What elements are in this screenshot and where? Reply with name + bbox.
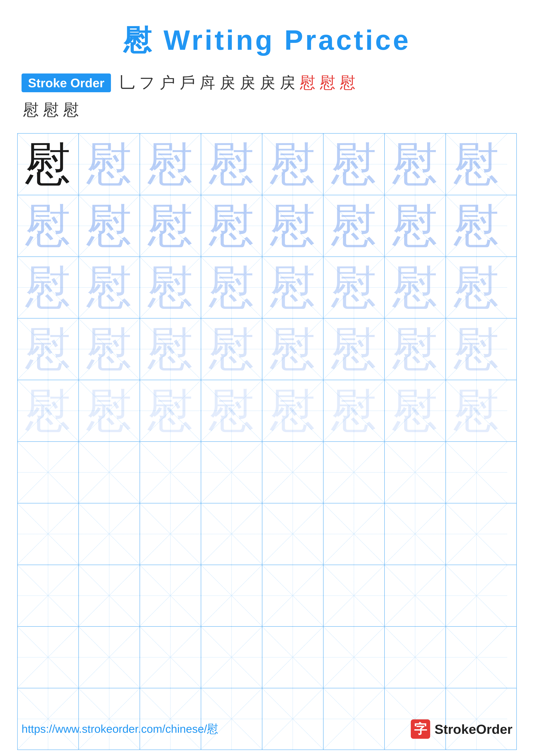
grid-cell[interactable]: 慰 [18, 318, 79, 380]
grid-cell[interactable]: 慰 [18, 134, 79, 195]
grid-cell[interactable]: 慰 [323, 318, 385, 380]
grid-cell[interactable]: 慰 [201, 257, 262, 318]
grid-cell[interactable] [140, 565, 201, 626]
grid-cell[interactable]: 慰 [140, 257, 201, 318]
grid-cell[interactable] [446, 627, 507, 688]
grid-cell[interactable] [323, 688, 385, 749]
footer-url[interactable]: https://www.strokeorder.com/chinese/慰 [21, 721, 218, 737]
grid-cell[interactable]: 慰 [201, 195, 262, 256]
grid-cell[interactable] [262, 688, 323, 749]
practice-char: 慰 [209, 327, 254, 372]
grid-cell[interactable] [79, 688, 140, 749]
grid-cell[interactable]: 慰 [140, 195, 201, 256]
grid-cell[interactable]: 慰 [323, 257, 385, 318]
grid-cell[interactable]: 慰 [18, 195, 79, 256]
grid-cell[interactable] [18, 442, 79, 503]
grid-cell[interactable]: 慰 [385, 257, 446, 318]
grid-cell[interactable] [385, 627, 446, 688]
grid-cell[interactable]: 慰 [262, 318, 323, 380]
grid-cell[interactable]: 慰 [385, 195, 446, 256]
grid-cell[interactable]: 慰 [446, 380, 507, 441]
grid-cell[interactable] [446, 503, 507, 565]
grid-cell[interactable]: 慰 [323, 380, 385, 441]
grid-cell[interactable]: 慰 [446, 318, 507, 380]
grid-cell[interactable] [140, 627, 201, 688]
grid-cell[interactable] [201, 503, 262, 565]
grid-cell[interactable] [385, 565, 446, 626]
grid-cell[interactable] [140, 503, 201, 565]
grid-cell[interactable]: 慰 [323, 195, 385, 256]
practice-char: 慰 [270, 142, 315, 187]
grid-cell[interactable]: 慰 [18, 380, 79, 441]
grid-cell[interactable]: 慰 [79, 195, 140, 256]
grid-cell[interactable]: 慰 [385, 134, 446, 195]
grid-cell[interactable] [201, 627, 262, 688]
stroke-1: ⺃ [117, 72, 136, 93]
grid-cell[interactable]: 慰 [323, 134, 385, 195]
grid-row-7 [18, 503, 516, 565]
grid-cell[interactable]: 慰 [201, 134, 262, 195]
grid-cell[interactable]: 慰 [385, 318, 446, 380]
grid-cell[interactable]: 慰 [201, 318, 262, 380]
practice-char: 慰 [87, 327, 132, 372]
grid-cell[interactable] [262, 503, 323, 565]
grid-cell[interactable] [18, 503, 79, 565]
stroke-5: 戽 [198, 72, 217, 93]
grid-cell[interactable] [323, 627, 385, 688]
practice-char: 慰 [87, 203, 132, 249]
grid-cell[interactable]: 慰 [201, 380, 262, 441]
grid-cell[interactable] [79, 627, 140, 688]
grid-cell[interactable] [201, 688, 262, 749]
grid-cell[interactable] [201, 442, 262, 503]
grid-cell[interactable] [446, 565, 507, 626]
practice-char: 慰 [393, 142, 438, 187]
brand-name: StrokeOrder [435, 721, 513, 737]
practice-char: 慰 [148, 142, 193, 187]
grid-cell[interactable] [18, 627, 79, 688]
grid-cell[interactable]: 慰 [262, 134, 323, 195]
grid-cell[interactable] [385, 503, 446, 565]
grid-cell[interactable]: 慰 [385, 380, 446, 441]
grid-cell[interactable]: 慰 [140, 380, 201, 441]
practice-char: 慰 [25, 388, 71, 433]
grid-cell[interactable] [140, 442, 201, 503]
grid-cell[interactable]: 慰 [262, 257, 323, 318]
grid-cell[interactable] [201, 565, 262, 626]
grid-cell[interactable] [79, 442, 140, 503]
grid-cell[interactable] [446, 688, 507, 749]
grid-cell[interactable] [262, 442, 323, 503]
grid-cell[interactable]: 慰 [79, 257, 140, 318]
grid-cell[interactable]: 慰 [79, 134, 140, 195]
grid-cell[interactable] [385, 688, 446, 749]
practice-char: 慰 [393, 327, 438, 372]
grid-cell[interactable]: 慰 [140, 318, 201, 380]
grid-cell[interactable]: 慰 [446, 134, 507, 195]
grid-cell[interactable]: 慰 [262, 195, 323, 256]
grid-cell[interactable] [262, 565, 323, 626]
grid-cell[interactable] [262, 627, 323, 688]
stroke-r2-2: 慰 [41, 99, 61, 120]
grid-cell[interactable] [18, 565, 79, 626]
stroke-4: 戶 [178, 72, 197, 93]
grid-cell[interactable] [323, 503, 385, 565]
grid-cell[interactable] [79, 503, 140, 565]
stroke-9: 戻 [278, 72, 297, 93]
grid-cell[interactable]: 慰 [79, 380, 140, 441]
grid-cell[interactable] [140, 688, 201, 749]
grid-cell[interactable] [18, 688, 79, 749]
practice-char: 慰 [148, 327, 193, 372]
grid-cell[interactable] [385, 442, 446, 503]
grid-row-6 [18, 442, 516, 503]
stroke-11: 慰 [318, 72, 337, 93]
grid-cell[interactable] [446, 442, 507, 503]
grid-cell[interactable]: 慰 [79, 318, 140, 380]
grid-cell[interactable] [79, 565, 140, 626]
practice-char: 慰 [87, 388, 132, 433]
grid-cell[interactable] [323, 442, 385, 503]
grid-cell[interactable]: 慰 [140, 134, 201, 195]
grid-cell[interactable]: 慰 [262, 380, 323, 441]
grid-cell[interactable]: 慰 [446, 195, 507, 256]
grid-cell[interactable]: 慰 [446, 257, 507, 318]
grid-cell[interactable] [323, 565, 385, 626]
grid-cell[interactable]: 慰 [18, 257, 79, 318]
